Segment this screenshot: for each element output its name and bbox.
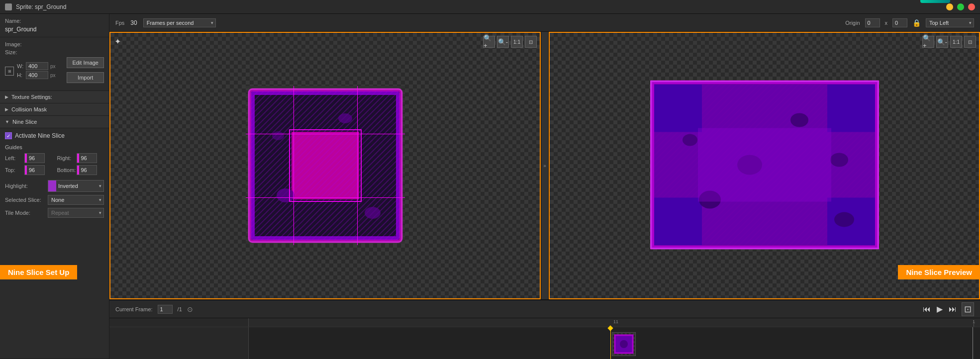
preview-zoom-out-button[interactable]: 🔍-: [936, 36, 948, 48]
width-row: W: px: [17, 62, 61, 70]
highlight-select-wrap: Inverted Normal None ▾: [48, 180, 104, 192]
left-guide-line[interactable]: [294, 86, 294, 245]
name-value: spr_Ground: [5, 26, 104, 33]
tile-mode-label: Tile Mode:: [5, 210, 45, 216]
center-area: Fps 30 Frames per second Frames per game…: [109, 14, 980, 359]
svg-point-17: [272, 131, 284, 140]
nine-slice-section: ✓ Activate Nine Slice Guides Left: Right…: [0, 128, 109, 359]
preview-zoom-in-button[interactable]: 🔍+: [922, 36, 934, 48]
left-guide-input[interactable]: [27, 155, 44, 161]
height-row: H: px: [17, 71, 61, 79]
edit-pane-toolbar: 🔍+ 🔍- 1:1 ⊡: [483, 36, 537, 48]
ruler-tick-11: 11: [613, 319, 618, 324]
image-section: Image: Size: ⊞ W: px H: px: [0, 37, 109, 91]
guides-label: Guides: [5, 144, 104, 150]
preview-sprite-svg: [650, 81, 879, 250]
bottom-guide-label: Bottom:: [57, 167, 75, 173]
bottom-guide-line[interactable]: [246, 197, 405, 198]
current-frame-input[interactable]: [158, 305, 173, 314]
loop-icon[interactable]: ⊙: [187, 305, 193, 313]
check-mark: ✓: [6, 133, 10, 139]
track-left-col: [109, 327, 249, 359]
highlight-color-swatch: [48, 180, 56, 191]
nine-slice-preview-pane: 🔍+ 🔍- 1:1 ⊡: [549, 32, 980, 299]
nine-slice-setup-banner: Nine Slice Set Up: [0, 265, 77, 279]
lock-icon[interactable]: 🔒: [912, 19, 921, 27]
track-cells: [249, 327, 980, 359]
width-label: W:: [17, 63, 24, 69]
fps-select[interactable]: Frames per second Frames per game frame: [143, 18, 216, 27]
nine-slice-header[interactable]: ▼ Nine Slice: [0, 116, 109, 128]
nine-slice-section-label: Nine Slice: [12, 119, 37, 125]
highlight-arrow-icon: ▾: [99, 183, 103, 188]
svg-point-37: [683, 134, 697, 146]
top-bar-right: Origin x 🔒 Top Left Top Center Middle Ce…: [845, 18, 974, 27]
bottom-guide-row: Bottom:: [57, 165, 104, 175]
last-frame-button[interactable]: ⏭: [948, 304, 958, 315]
highlight-label: Highlight:: [5, 183, 45, 189]
play-button[interactable]: ▶: [936, 303, 944, 315]
frame-thumbnail[interactable]: [612, 332, 636, 356]
origin-y-input[interactable]: [892, 18, 907, 27]
texture-settings-header[interactable]: ▶ Texture Settings:: [0, 91, 109, 103]
zoom-reset-button[interactable]: 1:1: [511, 36, 523, 48]
collision-mask-header[interactable]: ▶ Collision Mask: [0, 103, 109, 116]
left-panel: Name: spr_Ground Image: Size: ⊞ W: px H:: [0, 14, 109, 359]
import-button[interactable]: Import: [67, 72, 104, 83]
origin-select[interactable]: Top Left Top Center Middle Center: [926, 18, 974, 27]
title-bar-left: Sprite: spr_Ground: [5, 3, 66, 10]
svg-point-14: [277, 188, 294, 202]
nine-slice-preview-banner: Nine Slice Preview: [898, 265, 980, 279]
svg-rect-40: [698, 128, 831, 202]
right-guide-line[interactable]: [357, 86, 358, 245]
zoom-out-button[interactable]: 🔍-: [497, 36, 509, 48]
origin-x-input[interactable]: [865, 18, 880, 27]
bottom-guide-input[interactable]: [79, 167, 97, 173]
size-row: ⊞ W: px H: px Edit Image Import: [5, 57, 104, 85]
right-guide-row: Right:: [57, 153, 104, 163]
maximize-button[interactable]: [957, 3, 964, 10]
canvas-area: 🔍+ 🔍- 1:1 ⊡ ✦: [109, 32, 980, 299]
ruler-left: [109, 318, 249, 327]
teal-accent: [920, 0, 950, 3]
preview-fit-button[interactable]: ⊡: [964, 36, 976, 48]
zoom-in-button[interactable]: 🔍+: [483, 36, 495, 48]
minimize-button[interactable]: [946, 3, 953, 10]
name-label: Name:: [5, 18, 104, 24]
top-bar: Fps 30 Frames per second Frames per game…: [109, 14, 980, 32]
right-guide-input-wrap: [77, 153, 97, 163]
track-content: [109, 327, 980, 359]
width-input[interactable]: [26, 62, 48, 70]
activate-checkbox[interactable]: ✓: [5, 132, 12, 139]
sprite-edit-pane: 🔍+ 🔍- 1:1 ⊡ ✦: [109, 32, 541, 299]
top-guide-input[interactable]: [27, 167, 44, 173]
loop-button[interactable]: ⊡: [962, 302, 974, 316]
tile-mode-select[interactable]: Repeat Stretch Mirror: [48, 208, 104, 218]
highlight-select[interactable]: Inverted Normal None: [56, 181, 99, 190]
height-input[interactable]: [26, 71, 48, 79]
tile-mode-select-wrap: Repeat Stretch Mirror ▾: [48, 208, 104, 218]
collapse-handle[interactable]: »: [541, 32, 549, 299]
thumb-svg: [613, 333, 635, 355]
fit-button[interactable]: ⊡: [525, 36, 537, 48]
timeline-area: Current Frame: /1 ⊙ ⏮ ▶ ⏭ ⊡: [109, 299, 980, 359]
height-label: H:: [17, 72, 24, 78]
selected-slice-select[interactable]: None Center Top: [48, 195, 104, 205]
preview-sprite-wrap: [650, 81, 879, 251]
svg-point-39: [830, 153, 848, 167]
edit-image-button[interactable]: Edit Image: [67, 57, 104, 68]
tile-mode-row: Tile Mode: Repeat Stretch Mirror ▾: [5, 208, 104, 218]
close-button[interactable]: [968, 3, 975, 10]
right-guide-input[interactable]: [79, 155, 97, 161]
window-title: Sprite: spr_Ground: [16, 3, 66, 10]
first-frame-button[interactable]: ⏮: [922, 304, 932, 315]
end-marker: [973, 327, 973, 359]
preview-zoom-reset-button[interactable]: 1:1: [950, 36, 962, 48]
height-px: px: [50, 73, 56, 78]
highlight-row: Highlight: Inverted Normal None ▾: [5, 180, 104, 192]
fps-select-wrap: Frames per second Frames per game frame …: [143, 18, 216, 27]
texture-settings-label: Texture Settings:: [11, 94, 52, 100]
timeline-track: 11 1: [109, 318, 980, 359]
right-guide-label: Right:: [57, 155, 75, 161]
top-guide-line[interactable]: [246, 134, 405, 134]
